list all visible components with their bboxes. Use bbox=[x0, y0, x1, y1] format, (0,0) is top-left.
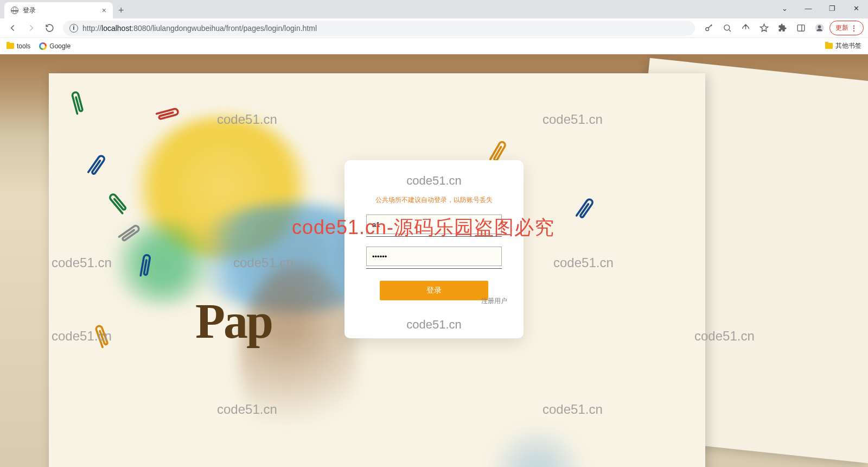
window-controls: ⌄ — ❐ ✕ bbox=[773, 0, 868, 16]
zoom-icon[interactable] bbox=[719, 20, 735, 36]
minimize-button[interactable]: — bbox=[796, 0, 820, 16]
key-icon[interactable] bbox=[700, 20, 717, 36]
password-input[interactable] bbox=[366, 247, 502, 266]
svg-point-0 bbox=[705, 28, 709, 31]
svg-point-4 bbox=[818, 26, 821, 29]
close-window-button[interactable]: ✕ bbox=[844, 0, 868, 16]
login-button[interactable]: 登录 bbox=[380, 281, 488, 300]
chevron-down-icon[interactable]: ⌄ bbox=[773, 0, 796, 16]
address-bar-row: i http://localhost:8080/liulangdongwubei… bbox=[0, 18, 868, 38]
url-text: http://localhost:8080/liulangdongwubeihu… bbox=[82, 24, 317, 33]
login-card: code51.cn 公共场所不建议自动登录，以防账号丢失 登录 注册用户 cod… bbox=[344, 160, 524, 338]
bookmark-tools[interactable]: tools bbox=[7, 42, 30, 50]
reload-button[interactable] bbox=[41, 20, 58, 36]
page-content: Pap code51.cn 公共场所不建议自动登录，以防账号丢失 登录 注册用户… bbox=[0, 54, 868, 467]
star-icon[interactable] bbox=[756, 20, 772, 36]
profile-icon[interactable] bbox=[811, 20, 827, 36]
google-icon bbox=[39, 42, 47, 50]
update-button[interactable]: 更新⋮ bbox=[829, 21, 864, 35]
tab-close-icon[interactable]: × bbox=[102, 6, 106, 15]
globe-icon bbox=[11, 7, 18, 14]
bookmark-other[interactable]: 其他书签 bbox=[825, 41, 861, 51]
watermark-text: code51.cn bbox=[344, 318, 524, 332]
tab-title: 登录 bbox=[23, 6, 36, 15]
extensions-icon[interactable] bbox=[774, 20, 790, 36]
window-titlebar: 登录 × + ⌄ — ❐ ✕ bbox=[0, 0, 868, 18]
watermark-text: code51.cn bbox=[361, 174, 507, 188]
site-info-icon[interactable]: i bbox=[69, 24, 78, 33]
folder-icon bbox=[7, 43, 14, 49]
browser-tab[interactable]: 登录 × bbox=[4, 2, 113, 18]
watercolor-brown bbox=[239, 263, 358, 453]
paper-title-text: Pap bbox=[195, 293, 272, 349]
svg-point-1 bbox=[724, 25, 729, 30]
folder-icon bbox=[825, 43, 833, 49]
address-bar[interactable]: i http://localhost:8080/liulangdongwubei… bbox=[63, 21, 695, 36]
side-panel-icon[interactable] bbox=[793, 20, 809, 36]
login-warning-text: 公共场所不建议自动登录，以防账号丢失 bbox=[361, 195, 507, 205]
forward-button[interactable] bbox=[23, 20, 39, 36]
maximize-button[interactable]: ❐ bbox=[820, 0, 844, 16]
watercolor-rightblue bbox=[488, 429, 586, 467]
new-tab-button[interactable]: + bbox=[113, 3, 130, 18]
username-input[interactable] bbox=[366, 214, 502, 234]
bookmark-google[interactable]: Google bbox=[39, 42, 71, 50]
back-button[interactable] bbox=[4, 20, 21, 36]
share-icon[interactable] bbox=[737, 20, 754, 36]
svg-rect-2 bbox=[797, 25, 805, 31]
register-link[interactable]: 注册用户 bbox=[481, 296, 507, 306]
bookmarks-bar: tools Google 其他书签 bbox=[0, 38, 868, 54]
